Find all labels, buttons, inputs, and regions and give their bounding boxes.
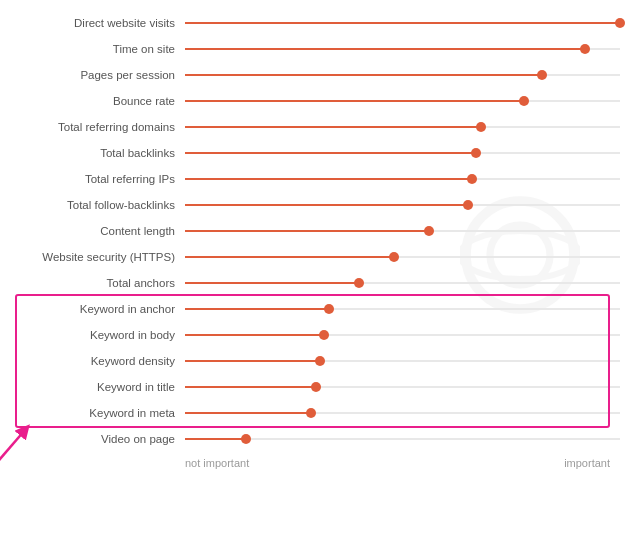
chart-row: Keyword in anchor (10, 296, 620, 322)
bar-area (185, 296, 620, 322)
bar-track (185, 22, 620, 24)
row-label: Total follow-backlinks (10, 199, 185, 211)
bar-track (185, 334, 620, 336)
bar-track (185, 282, 620, 284)
bar-fill (185, 334, 324, 336)
row-label: Bounce rate (10, 95, 185, 107)
chart-row: Total backlinks (10, 140, 620, 166)
bar-fill (185, 256, 394, 258)
row-label: Keyword in body (10, 329, 185, 341)
bar-area (185, 140, 620, 166)
bar-track (185, 256, 620, 258)
row-label: Total referring domains (10, 121, 185, 133)
row-label: Direct website visits (10, 17, 185, 29)
bar-fill (185, 230, 429, 232)
bar-track (185, 74, 620, 76)
bar-area (185, 348, 620, 374)
chart-row: Total referring domains (10, 114, 620, 140)
bar-dot (519, 96, 529, 106)
bar-area (185, 166, 620, 192)
bar-dot (463, 200, 473, 210)
chart-row: Pages per session (10, 62, 620, 88)
chart-row: Time on site (10, 36, 620, 62)
row-label: Total backlinks (10, 147, 185, 159)
bar-area (185, 114, 620, 140)
chart-row: Keyword in meta (10, 400, 620, 426)
bar-dot (424, 226, 434, 236)
row-label: Keyword density (10, 355, 185, 367)
bar-area (185, 426, 620, 452)
bar-dot (467, 174, 477, 184)
bar-area (185, 192, 620, 218)
bar-area (185, 10, 620, 36)
x-axis-left: not important (185, 457, 249, 469)
bar-dot (319, 330, 329, 340)
bar-fill (185, 438, 246, 440)
chart-row: Content length (10, 218, 620, 244)
bar-track (185, 308, 620, 310)
row-label: Total anchors (10, 277, 185, 289)
bar-fill (185, 282, 359, 284)
bar-track (185, 178, 620, 180)
chart-row: Total anchors (10, 270, 620, 296)
bar-fill (185, 22, 620, 24)
bar-fill (185, 152, 476, 154)
bar-fill (185, 100, 524, 102)
bar-fill (185, 204, 468, 206)
row-label: Video on page (10, 433, 185, 445)
bar-dot (471, 148, 481, 158)
row-label: Pages per session (10, 69, 185, 81)
bar-track (185, 126, 620, 128)
bar-dot (315, 356, 325, 366)
row-label: Total referring IPs (10, 173, 185, 185)
bar-area (185, 270, 620, 296)
bar-track (185, 152, 620, 154)
chart-row: Keyword in body (10, 322, 620, 348)
bar-dot (311, 382, 321, 392)
row-label: Time on site (10, 43, 185, 55)
row-label: Keyword in anchor (10, 303, 185, 315)
bar-fill (185, 48, 585, 50)
chart-row: Bounce rate (10, 88, 620, 114)
bar-track (185, 48, 620, 50)
bar-dot (389, 252, 399, 262)
chart-row: Total follow-backlinks (10, 192, 620, 218)
chart-row: Total referring IPs (10, 166, 620, 192)
bar-dot (615, 18, 625, 28)
chart-row: Website security (HTTPS) (10, 244, 620, 270)
bar-fill (185, 308, 329, 310)
x-axis-right: important (564, 457, 610, 469)
row-label: Website security (HTTPS) (10, 251, 185, 263)
bar-fill (185, 126, 481, 128)
bar-area (185, 218, 620, 244)
chart-row: Video on page (10, 426, 620, 452)
bar-area (185, 374, 620, 400)
bar-dot (537, 70, 547, 80)
bar-dot (241, 434, 251, 444)
chart-row: Keyword density (10, 348, 620, 374)
x-axis-labels: not important important (10, 457, 620, 469)
bar-area (185, 62, 620, 88)
bar-area (185, 322, 620, 348)
bar-track (185, 438, 620, 440)
bar-dot (476, 122, 486, 132)
row-label: Keyword in meta (10, 407, 185, 419)
bar-track (185, 204, 620, 206)
bar-area (185, 400, 620, 426)
row-label: Keyword in title (10, 381, 185, 393)
bar-dot (306, 408, 316, 418)
row-label: Content length (10, 225, 185, 237)
chart-row: Keyword in title (10, 374, 620, 400)
bar-fill (185, 74, 542, 76)
bar-fill (185, 386, 316, 388)
bar-fill (185, 412, 311, 414)
bar-fill (185, 178, 472, 180)
bar-dot (580, 44, 590, 54)
bar-track (185, 360, 620, 362)
bar-area (185, 88, 620, 114)
rows-container: Direct website visitsTime on sitePages p… (10, 10, 620, 452)
bar-track (185, 230, 620, 232)
bar-dot (324, 304, 334, 314)
bar-fill (185, 360, 320, 362)
bar-track (185, 412, 620, 414)
